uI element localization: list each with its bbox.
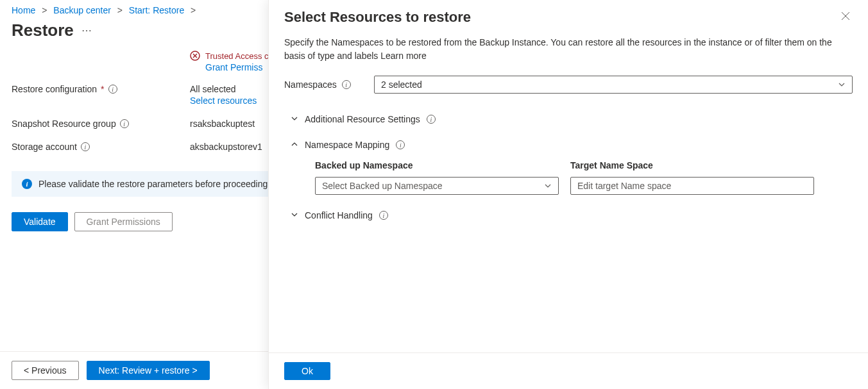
conflict-handling-accordion[interactable]: Conflict Handling [291, 205, 853, 226]
restore-config-label: Restore configuration* [12, 84, 190, 94]
blade-title: Select Resources to restore [284, 9, 471, 26]
info-icon[interactable] [427, 115, 436, 124]
more-icon[interactable]: ⋯ [81, 24, 92, 37]
page-title: Restore [12, 21, 74, 40]
chevron-right-icon: > [117, 5, 123, 15]
breadcrumb-home[interactable]: Home [12, 5, 35, 15]
select-resources-link[interactable]: Select resources [190, 95, 257, 106]
info-icon[interactable] [379, 211, 388, 220]
info-icon[interactable] [81, 142, 90, 151]
storage-account-label: Storage account [12, 142, 190, 152]
breadcrumb-backup-center[interactable]: Backup center [53, 5, 111, 15]
namespaces-select[interactable]: 2 selected [374, 76, 853, 94]
select-resources-blade: Select Resources to restore Specify the … [268, 0, 868, 389]
breadcrumb-start-restore[interactable]: Start: Restore [129, 5, 184, 15]
chevron-down-icon [291, 114, 298, 124]
info-icon[interactable] [342, 80, 351, 89]
backed-up-namespace-select[interactable]: Select Backed up Namespace [315, 177, 559, 195]
backed-up-namespace-header: Backed up Namespace [315, 160, 559, 170]
grant-permissions-button[interactable]: Grant Permissions [74, 212, 173, 231]
grant-permissions-link[interactable]: Grant Permiss [205, 62, 262, 72]
banner-text: Please validate the restore parameters b… [38, 179, 268, 189]
storage-account-value: aksbackupstorev1 [190, 142, 262, 152]
info-icon[interactable] [108, 85, 117, 94]
namespaces-label: Namespaces [284, 79, 374, 90]
namespace-mapping-table: Backed up Namespace Target Name Space Se… [315, 160, 853, 195]
restore-config-value: All selected [190, 84, 257, 94]
chevron-right-icon: > [42, 5, 47, 15]
namespace-mapping-accordion[interactable]: Namespace Mapping [291, 135, 853, 155]
target-namespace-header: Target Name Space [570, 160, 814, 170]
close-icon[interactable] [838, 9, 853, 26]
chevron-up-icon [291, 140, 298, 150]
previous-button[interactable]: < Previous [12, 361, 79, 380]
snapshot-rg-value: rsaksbackuptest [190, 119, 255, 129]
info-icon [22, 179, 32, 189]
snapshot-rg-label: Snapshot Resource group [12, 119, 190, 129]
blade-description: Specify the Namespaces to be restored fr… [284, 36, 853, 63]
error-icon [190, 51, 200, 61]
next-button[interactable]: Next: Review + restore > [87, 361, 210, 380]
chevron-down-icon [291, 210, 298, 220]
additional-resource-settings-accordion[interactable]: Additional Resource Settings [291, 109, 853, 129]
chevron-right-icon: > [191, 5, 196, 15]
info-icon[interactable] [396, 140, 405, 149]
target-namespace-input[interactable] [570, 177, 814, 195]
info-icon[interactable] [120, 119, 129, 128]
ok-button[interactable]: Ok [284, 362, 330, 380]
validate-button[interactable]: Validate [12, 212, 68, 231]
